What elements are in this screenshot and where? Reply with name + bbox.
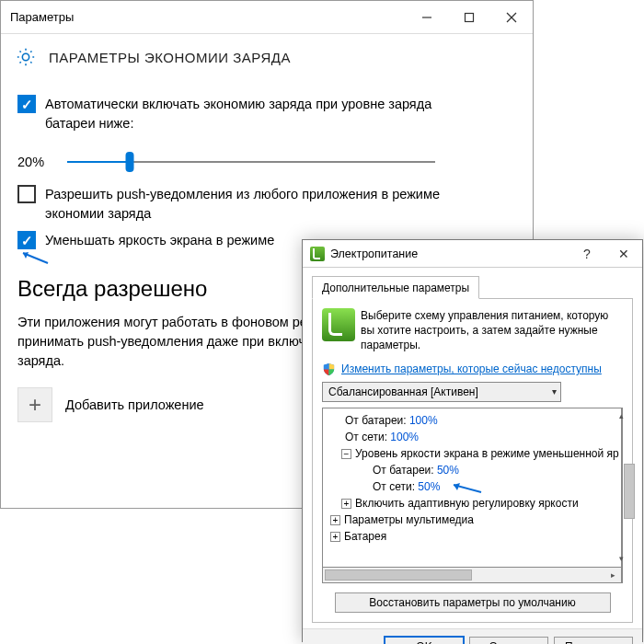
chevron-down-icon: ▾ [552,386,557,397]
auto-enable-label: Автоматически включать экономию заряда п… [45,95,468,133]
annotation-arrow-icon [16,249,52,268]
power-description: Выберите схему управления питанием, кото… [361,308,623,353]
tree-plugged-value[interactable]: 100% [390,431,419,443]
page-title: ПАРАМЕТРЫ ЭКОНОМИИ ЗАРЯДА [49,50,291,65]
settings-titlebar: Параметры [1,1,533,34]
dim-label: Уменьшать яркость экрана в режиме [45,231,274,250]
minimize-button[interactable] [406,1,448,34]
tree-plugged-label: От сети: [345,431,387,443]
power-close-button[interactable]: ✕ [605,240,642,268]
power-plan-icon [310,247,325,261]
power-tab-content: Выберите схему управления питанием, кото… [312,299,633,623]
cancel-button[interactable]: Отмена [469,637,548,644]
power-footer: OK Отмена Применить [303,628,642,644]
threshold-slider-row: 20% [17,152,516,172]
maximize-button[interactable] [448,1,490,34]
admin-link[interactable]: Изменить параметры, которые сейчас недос… [341,362,602,375]
scroll-right-icon[interactable]: ▸ [605,568,621,582]
power-plan-selected: Сбалансированная [Активен] [328,385,478,398]
power-options-dialog: Электропитание ? ✕ Дополнительные параме… [302,239,643,642]
dim-checkbox[interactable] [17,231,36,249]
tree-battery-group[interactable]: Батарея [344,530,386,543]
expand-icon[interactable]: + [330,532,340,542]
power-body: Дополнительные параметры Выберите схему … [303,268,642,628]
push-label: Разрешить push-уведомления из любого при… [45,185,468,224]
svg-rect-1 [466,13,474,21]
tree-adaptive-brightness[interactable]: Включить адаптивную регулировку яркости [355,497,579,510]
tree-dim-brightness[interactable]: Уровень яркости экрана в режиме уменьшен… [355,447,619,460]
tree-multimedia[interactable]: Параметры мультимедиа [344,513,474,526]
tree-dim-battery-value[interactable]: 50% [437,464,459,477]
admin-link-row: Изменить параметры, которые сейчас недос… [322,362,623,376]
shield-icon [322,362,336,376]
expand-icon[interactable]: + [330,515,340,525]
power-plan-combo[interactable]: Сбалансированная [Активен] ▾ [322,382,561,402]
tab-advanced[interactable]: Дополнительные параметры [312,276,479,299]
auto-enable-checkbox[interactable] [17,95,36,113]
threshold-slider[interactable] [67,152,435,172]
scroll-thumb[interactable] [325,569,472,581]
tree-dim-battery-label: От батареи: [373,464,434,477]
tree-scroll-vertical[interactable]: ▴ ▾ [622,408,623,583]
power-plan-large-icon [322,308,355,341]
apply-button[interactable]: Применить [554,637,633,644]
tree-dim-plugged-label: От сети: [373,480,415,493]
tree-battery-value[interactable]: 100% [409,414,438,427]
gear-icon [16,47,36,67]
settings-window-title: Параметры [10,10,406,24]
help-button[interactable]: ? [569,240,605,268]
settings-tree[interactable]: От батареи: 100% От сети: 100% −Уровень … [322,408,622,568]
tree-dim-plugged-value[interactable]: 50% [418,480,440,493]
push-row: Разрешить push-уведомления из любого при… [17,185,516,224]
scroll-thumb[interactable] [624,464,635,519]
power-description-row: Выберите схему управления питанием, кото… [322,308,623,353]
push-checkbox[interactable] [17,185,36,203]
add-application-label: Добавить приложение [65,397,204,412]
power-window-title: Электропитание [330,247,569,260]
close-button[interactable] [490,1,533,34]
tree-scroll-horizontal[interactable]: ◂ ▸ [322,568,622,583]
power-tabs: Дополнительные параметры [312,275,633,299]
expand-icon[interactable]: + [341,499,351,509]
collapse-icon[interactable]: − [341,449,351,459]
slider-value: 20% [17,155,51,169]
annotation-arrow-icon [444,480,485,497]
restore-defaults-button[interactable]: Восстановить параметры по умолчанию [335,592,611,613]
tree-battery-label: От батареи: [345,414,407,427]
page-header: ПАРАМЕТРЫ ЭКОНОМИИ ЗАРЯДА [1,34,533,76]
ok-button[interactable]: OK [385,637,464,644]
plus-icon: + [17,387,52,422]
auto-enable-row: Автоматически включать экономию заряда п… [17,95,516,133]
power-titlebar: Электропитание ? ✕ [303,240,642,268]
